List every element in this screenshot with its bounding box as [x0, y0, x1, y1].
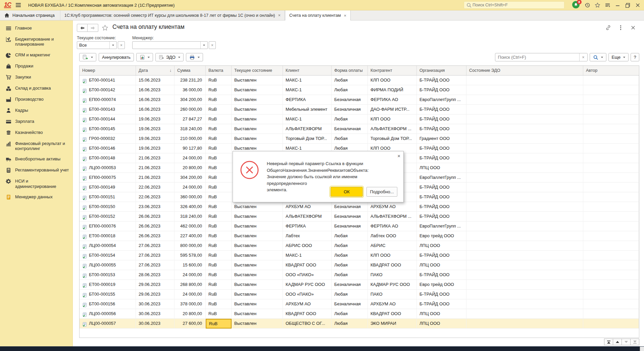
- sidebar-item[interactable]: Бюджетирование и планирование: [0, 34, 72, 50]
- cell-edo-state[interactable]: [466, 280, 583, 290]
- search-settings-button[interactable]: [590, 53, 606, 61]
- cell-payform[interactable]: Любая: [332, 85, 368, 95]
- cell-sum[interactable]: 318 240,00: [175, 212, 206, 221]
- cell-number[interactable]: ЛЦ00-000055: [80, 260, 136, 270]
- cell-date[interactable]: 26.06.2023: [136, 212, 175, 221]
- cell-organization[interactable]: ЛПЦ ООО: [417, 163, 466, 173]
- cell-sum[interactable]: 27 600,00: [175, 319, 206, 329]
- cell-number[interactable]: ЕТ00-000018: [80, 231, 136, 241]
- cell-organization[interactable]: Б-ТРАЙД ООО: [417, 290, 466, 299]
- cell-organization[interactable]: Б-ТРАЙД ООО: [417, 144, 466, 153]
- more-dots-icon[interactable]: [618, 25, 624, 31]
- column-header-date[interactable]: Дата↓: [136, 66, 175, 75]
- go-bottom-button[interactable]: [630, 339, 639, 345]
- column-header-number[interactable]: Номер: [80, 66, 136, 75]
- column-header-sum[interactable]: Сумма: [175, 66, 206, 75]
- cell-date[interactable]: 16.06.2023: [136, 85, 175, 95]
- cell-date[interactable]: 23.06.2023: [136, 202, 175, 212]
- cell-number[interactable]: БТ00-000149: [80, 183, 136, 192]
- table-row[interactable]: ЛЦ00-00005730.06.202327 600,00RuBВыставл…: [80, 319, 639, 329]
- cell-client[interactable]: АЛЬФАТЕХФОРМ: [283, 212, 332, 221]
- sidebar-item[interactable]: Продажи: [0, 61, 72, 72]
- cell-author[interactable]: [583, 183, 639, 192]
- cell-date[interactable]: 21.06.2023: [136, 153, 175, 163]
- cell-currency[interactable]: RuB: [206, 76, 232, 85]
- cell-client[interactable]: КВАДРАТ ООО: [283, 260, 332, 270]
- table-row[interactable]: БТ00-00014316.06.2023260 000,00RuBВыстав…: [80, 105, 639, 114]
- details-button[interactable]: Подробно...: [366, 187, 397, 197]
- cell-number[interactable]: БТ00-000150: [80, 202, 136, 212]
- tab-close-icon[interactable]: ×: [344, 13, 346, 18]
- cell-client[interactable]: КВАДРАТ ООО: [283, 309, 332, 319]
- cell-sum[interactable]: 24 000,00: [175, 270, 206, 280]
- cell-state[interactable]: Выставлен: [232, 290, 283, 299]
- sidebar-item[interactable]: Производство: [0, 94, 72, 105]
- cell-sum[interactable]: 800 000,00: [175, 241, 206, 251]
- ok-button[interactable]: ОК: [331, 187, 363, 197]
- cell-organization[interactable]: ЕвроПаллетГрупп ...: [417, 95, 466, 105]
- cell-currency[interactable]: RuB: [206, 241, 232, 251]
- cell-sum[interactable]: 20 800,00: [175, 309, 206, 319]
- cell-date[interactable]: 30.06.2023: [136, 309, 175, 319]
- cell-organization[interactable]: ЛПЦ ООО: [417, 319, 466, 329]
- cell-author[interactable]: [583, 231, 639, 241]
- chevron-down-icon[interactable]: [109, 42, 116, 49]
- cell-author[interactable]: [583, 192, 639, 202]
- cell-state[interactable]: Выставлен: [232, 270, 283, 280]
- dialog-close-icon[interactable]: ×: [397, 153, 400, 159]
- cell-currency[interactable]: RuB: [206, 309, 232, 319]
- sidebar-item[interactable]: Регламентированный учет: [0, 165, 72, 176]
- cell-number[interactable]: ЕП00-000075: [80, 173, 136, 183]
- cell-sum[interactable]: 238 231,20: [175, 76, 206, 85]
- cell-currency[interactable]: RuB: [206, 85, 232, 95]
- cell-number[interactable]: БТ00-000152: [80, 212, 136, 221]
- cell-date[interactable]: 15.06.2023: [136, 76, 175, 85]
- service-menu-icon[interactable]: [605, 2, 610, 8]
- cell-payform[interactable]: Любая: [332, 231, 368, 241]
- cell-contragent[interactable]: ПАКО: [368, 290, 417, 299]
- cell-payform[interactable]: Любая: [332, 76, 368, 85]
- cell-sum[interactable]: 20 800,00: [175, 163, 206, 173]
- cell-date[interactable]: 21.06.2023: [136, 173, 175, 183]
- cell-edo-state[interactable]: [466, 76, 583, 85]
- cell-edo-state[interactable]: [466, 95, 583, 105]
- cell-contragent[interactable]: Торговый Дом ТОР...: [368, 134, 417, 144]
- sidebar-item[interactable]: Зарплата: [0, 116, 72, 127]
- cell-contragent[interactable]: АРХБУМ АО: [368, 299, 417, 309]
- sidebar-item[interactable]: Казначейство: [0, 127, 72, 138]
- cell-payform[interactable]: Безналичная: [332, 212, 368, 221]
- cell-date[interactable]: 16.06.2023: [136, 105, 175, 114]
- go-top-button[interactable]: [604, 339, 613, 345]
- cell-author[interactable]: [583, 270, 639, 280]
- cell-date[interactable]: 27.06.2023: [136, 251, 175, 260]
- cell-payform[interactable]: Любая: [332, 251, 368, 260]
- cell-sum[interactable]: 595 578,00: [175, 251, 206, 260]
- cell-edo-state[interactable]: [466, 290, 583, 299]
- cell-contragent[interactable]: ДАО-ФАРМ ИСТР...: [368, 105, 417, 114]
- sidebar-item[interactable]: Менеджер данных: [0, 192, 72, 203]
- column-header-author[interactable]: Автор: [583, 66, 639, 75]
- cell-sum[interactable]: 318 240,00: [175, 124, 206, 134]
- cell-state[interactable]: Выставлен: [232, 212, 283, 221]
- cell-date[interactable]: 27.06.2023: [136, 241, 175, 251]
- cell-sum[interactable]: 360 000,00: [175, 192, 206, 202]
- cell-number[interactable]: БТ00-000148: [80, 153, 136, 163]
- cell-state[interactable]: Выставлен: [232, 260, 283, 270]
- cell-contragent[interactable]: ПАКО: [368, 270, 417, 280]
- cell-contragent[interactable]: АЛЬФАТЕХФОРМ ...: [368, 212, 417, 221]
- cell-organization[interactable]: ЛПЦ ООО: [417, 309, 466, 319]
- page-down-button[interactable]: [622, 339, 631, 345]
- annul-button[interactable]: Аннулировать: [99, 53, 134, 61]
- table-row[interactable]: БТ00-00015529.06.202324 000,00RuBВыставл…: [80, 290, 639, 299]
- cell-currency[interactable]: RuB: [206, 144, 232, 153]
- cell-currency[interactable]: RuB: [206, 124, 232, 134]
- link-icon[interactable]: [605, 25, 611, 31]
- home-tab[interactable]: Начальная страница: [0, 10, 60, 20]
- table-row[interactable]: ЕП00-00007416.06.2023304 200,00RuBВыстав…: [80, 95, 639, 105]
- cell-contragent[interactable]: ФЕРТИКА АО: [368, 221, 417, 231]
- table-row[interactable]: БТ00-00015328.06.202324 000,00RuBВыставл…: [80, 270, 639, 280]
- cell-author[interactable]: [583, 251, 639, 260]
- cell-author[interactable]: [583, 95, 639, 105]
- cell-state[interactable]: Выставлен: [232, 251, 283, 260]
- cell-state[interactable]: Выставлен: [232, 299, 283, 309]
